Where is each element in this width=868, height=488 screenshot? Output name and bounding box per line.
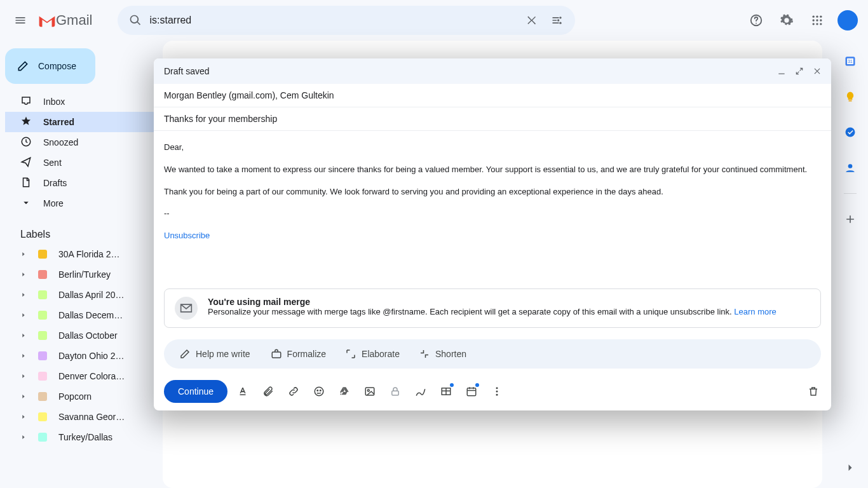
dialog-fullscreen-button[interactable]	[790, 62, 808, 80]
unsubscribe-link[interactable]: Unsubscribe	[164, 231, 210, 240]
compose-button[interactable]: Compose	[5, 48, 95, 84]
schedule-send-button[interactable]	[461, 381, 482, 402]
label-color-swatch	[38, 372, 47, 381]
insert-emoji-button[interactable]	[309, 381, 329, 402]
svg-point-25	[496, 387, 498, 389]
tune-icon	[551, 14, 564, 27]
nav-label: Snoozed	[43, 137, 78, 147]
continue-button[interactable]: Continue	[164, 380, 227, 403]
label-item[interactable]: Dallas Decem…	[5, 305, 163, 325]
discard-draft-button[interactable]	[803, 381, 824, 402]
label-name: Denver Colora…	[58, 371, 125, 381]
label-item[interactable]: Berlin/Turkey	[5, 264, 163, 285]
google-keep-icon	[844, 90, 857, 103]
label-color-swatch	[38, 250, 47, 259]
label-expand-icon[interactable]	[20, 330, 27, 341]
label-expand-icon[interactable]	[20, 391, 27, 402]
label-expand-icon[interactable]	[20, 290, 27, 300]
label-item[interactable]: Dallas April 20…	[5, 285, 163, 305]
label-expand-icon[interactable]	[20, 371, 27, 381]
apps-grid-icon	[811, 14, 824, 27]
addons-button[interactable]	[837, 207, 863, 232]
star-icon	[20, 116, 32, 129]
label-item[interactable]: Dayton Ohio 2…	[5, 346, 163, 366]
chip-label: Elaborate	[362, 349, 400, 359]
label-item[interactable]: Savanna Geor…	[5, 407, 163, 427]
mail-merge-icon	[175, 297, 198, 320]
svg-point-9	[816, 19, 818, 21]
dialog-minimize-button[interactable]	[773, 62, 790, 80]
insert-link-button[interactable]	[283, 381, 304, 402]
learn-more-link[interactable]: Learn more	[734, 307, 776, 316]
search-input[interactable]	[148, 14, 519, 27]
tasks-sidebar-button[interactable]	[837, 119, 863, 145]
format-text-button[interactable]	[233, 381, 253, 402]
insert-photo-button[interactable]	[360, 381, 380, 402]
label-expand-icon[interactable]	[20, 432, 27, 442]
recipients-field[interactable]: Morgan Bentley (gmail.com), Cem Gultekin	[154, 84, 831, 107]
drive-icon	[339, 386, 350, 397]
label-item[interactable]: Dallas October	[5, 325, 163, 346]
label-expand-icon[interactable]	[20, 412, 27, 422]
support-button[interactable]	[743, 8, 769, 33]
label-item[interactable]: Denver Colora…	[5, 366, 163, 386]
confidential-mode-button[interactable]	[385, 381, 405, 402]
chip-label: Help me write	[196, 349, 250, 359]
account-avatar[interactable]	[837, 10, 858, 30]
pencil-icon	[179, 348, 191, 360]
svg-point-1	[557, 19, 559, 21]
clear-search-button[interactable]	[519, 8, 545, 33]
label-item[interactable]: Turkey/Dallas	[5, 427, 163, 447]
more-options-button[interactable]	[487, 381, 507, 402]
google-tasks-icon	[844, 126, 857, 139]
label-item[interactable]: 30A Florida 2…	[5, 244, 163, 264]
shorten-chip[interactable]: Shorten	[410, 343, 475, 365]
pencil-icon	[17, 60, 29, 72]
svg-point-13	[820, 23, 822, 25]
nav-item-inbox[interactable]: Inbox	[5, 92, 163, 112]
attach-file-button[interactable]	[258, 381, 278, 402]
label-expand-icon[interactable]	[20, 310, 27, 320]
dialog-close-button[interactable]	[808, 62, 826, 80]
apps-button[interactable]	[804, 8, 830, 33]
mail-merge-insert-button[interactable]	[436, 381, 456, 402]
insert-signature-button[interactable]	[410, 381, 431, 402]
svg-point-2	[560, 22, 562, 24]
contacts-sidebar-button[interactable]	[837, 155, 863, 180]
svg-point-19	[320, 390, 322, 391]
settings-button[interactable]	[774, 8, 799, 33]
nav-item-drafts[interactable]: Drafts	[5, 173, 163, 193]
body-line: We wanted to take a moment to express ou…	[164, 163, 821, 177]
search-options-button[interactable]	[545, 8, 570, 33]
label-color-swatch	[38, 412, 47, 421]
formalize-chip[interactable]: Formalize	[262, 343, 335, 365]
hide-side-panel-button[interactable]	[837, 455, 863, 480]
insert-drive-button[interactable]	[334, 381, 355, 402]
nav-label: More	[43, 198, 64, 208]
keep-sidebar-button[interactable]	[837, 84, 863, 109]
menu-button[interactable]	[5, 5, 36, 36]
nav-label: Inbox	[43, 97, 65, 107]
nav-item-starred[interactable]: Starred	[5, 112, 163, 132]
subject-field[interactable]: Thanks for your membership	[154, 107, 831, 131]
svg-point-33	[848, 164, 853, 168]
svg-point-10	[820, 19, 822, 21]
elaborate-chip[interactable]: Elaborate	[336, 343, 409, 365]
label-item[interactable]: Popcorn	[5, 386, 163, 407]
nav-item-snoozed[interactable]: Snoozed	[5, 132, 163, 152]
body-line: Thank you for being a part of our commun…	[164, 186, 821, 199]
help-me-write-chip[interactable]: Help me write	[170, 343, 259, 365]
message-body[interactable]: Dear, We wanted to take a moment to expr…	[154, 131, 831, 283]
label-expand-icon[interactable]	[20, 269, 27, 280]
svg-point-8	[813, 19, 815, 21]
svg-point-26	[496, 391, 498, 393]
compose-dialog: Draft saved Morgan Bentley (gmail.com), …	[154, 58, 831, 410]
calendar-sidebar-button[interactable]: 31	[837, 48, 863, 74]
nav-item-more[interactable]: More	[5, 193, 163, 214]
label-expand-icon[interactable]	[20, 351, 27, 361]
search-icon-button[interactable]	[123, 8, 148, 33]
nav-item-sent[interactable]: Sent	[5, 152, 163, 173]
search-bar[interactable]	[118, 6, 575, 35]
label-expand-icon[interactable]	[20, 249, 27, 259]
gear-icon	[780, 13, 794, 27]
